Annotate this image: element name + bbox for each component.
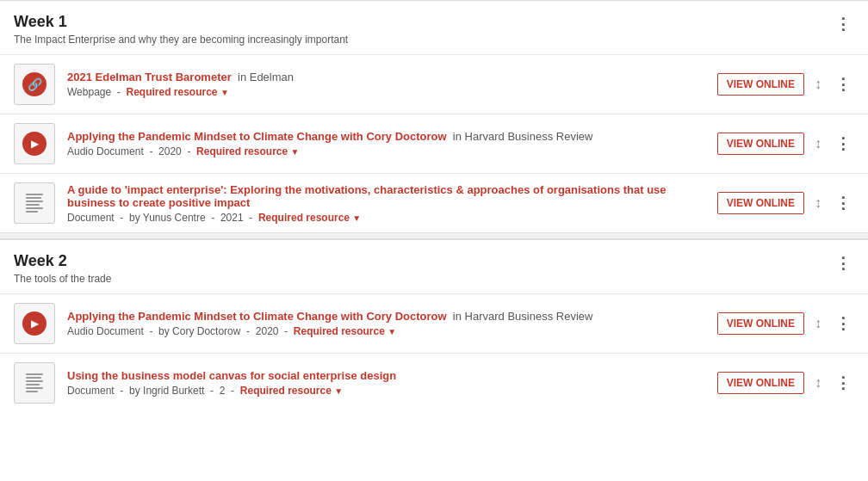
resource-content: 2021 Edelman Trust Barometer in Edelman … bbox=[67, 71, 717, 98]
resource-actions: VIEW ONLINE ↕ ⋮ bbox=[717, 372, 854, 394]
resource-type: Audio Document bbox=[67, 325, 144, 337]
required-dropdown-arrow: ▼ bbox=[352, 213, 361, 223]
resource-icon-container: ▶ bbox=[14, 303, 55, 344]
resource-type: Webpage bbox=[67, 86, 111, 98]
resource-item: Using the business model canvas for soci… bbox=[0, 353, 868, 412]
audio-icon: ▶ bbox=[22, 311, 46, 336]
resource-title-line: Using the business model canvas for soci… bbox=[67, 369, 717, 382]
resource-author: by Yunus Centre bbox=[129, 212, 206, 224]
resource-title-line: Applying the Pandemic Mindset to Climate… bbox=[67, 310, 717, 323]
resource-actions: VIEW ONLINE ↕ ⋮ bbox=[717, 312, 854, 335]
resource-type: Document bbox=[67, 385, 115, 397]
resource-content: Applying the Pandemic Mindset to Climate… bbox=[67, 310, 717, 337]
week-separator bbox=[0, 232, 868, 239]
resource-title[interactable]: Using the business model canvas for soci… bbox=[67, 369, 396, 382]
resource-title[interactable]: 2021 Edelman Trust Barometer bbox=[67, 71, 232, 83]
required-dropdown-arrow: ▼ bbox=[334, 386, 343, 396]
resource-year: 2021 bbox=[220, 212, 244, 224]
resource-item: A guide to 'impact enterprise': Explorin… bbox=[0, 173, 868, 232]
required-resource-tag[interactable]: Required resource ▼ bbox=[127, 86, 229, 98]
required-dropdown-arrow: ▼ bbox=[220, 88, 229, 97]
resource-title[interactable]: A guide to 'impact enterprise': Explorin… bbox=[67, 183, 666, 209]
resource-year: 2020 bbox=[256, 325, 279, 337]
resource-author: by Cory Doctorow bbox=[158, 325, 240, 337]
resource-item: 🔗 2021 Edelman Trust Barometer in Edelma… bbox=[0, 54, 868, 114]
resource-title-line: A guide to 'impact enterprise': Explorin… bbox=[67, 183, 717, 209]
document-icon bbox=[22, 190, 46, 216]
resource-title-line: 2021 Edelman Trust Barometer in Edelman bbox=[67, 71, 717, 83]
view-online-button[interactable]: VIEW ONLINE bbox=[717, 312, 804, 335]
resource-content: Applying the Pandemic Mindset to Climate… bbox=[67, 130, 717, 157]
link-icon: 🔗 bbox=[22, 72, 46, 96]
more-options-icon[interactable]: ⋮ bbox=[832, 73, 854, 96]
resource-year: 2020 bbox=[158, 145, 182, 157]
resource-source: in Harvard Business Review bbox=[450, 130, 592, 143]
resource-type: Document bbox=[67, 212, 115, 224]
week-header-text: Week 1 The Impact Enterprise and why the… bbox=[14, 13, 348, 46]
sort-icon[interactable]: ↕ bbox=[811, 194, 825, 213]
week-title: Week 1 bbox=[14, 13, 348, 31]
resource-icon-container bbox=[14, 362, 55, 404]
resource-actions: VIEW ONLINE ↕ ⋮ bbox=[717, 133, 854, 155]
resource-meta: Document - by Yunus Centre - 2021 - Requ… bbox=[67, 212, 717, 224]
required-resource-tag[interactable]: Required resource ▼ bbox=[196, 145, 299, 157]
sort-icon[interactable]: ↕ bbox=[811, 134, 825, 153]
audio-icon: ▶ bbox=[22, 132, 46, 156]
week-title: Week 2 bbox=[14, 252, 111, 270]
week-section: Week 1 The Impact Enterprise and why the… bbox=[0, 0, 868, 232]
week-header-text: Week 2 The tools of the trade bbox=[14, 252, 111, 285]
required-resource-tag[interactable]: Required resource ▼ bbox=[240, 385, 343, 397]
view-online-button[interactable]: VIEW ONLINE bbox=[717, 372, 804, 394]
week-more-options-icon[interactable]: ⋮ bbox=[832, 13, 854, 35]
resource-actions: VIEW ONLINE ↕ ⋮ bbox=[717, 73, 854, 96]
required-dropdown-arrow: ▼ bbox=[388, 327, 396, 336]
resource-icon-container: 🔗 bbox=[14, 64, 55, 105]
resource-icon-container bbox=[14, 182, 55, 224]
sort-icon[interactable]: ↕ bbox=[811, 373, 825, 392]
more-options-icon[interactable]: ⋮ bbox=[832, 192, 854, 214]
week-more-options-icon[interactable]: ⋮ bbox=[832, 252, 854, 274]
week-section: Week 2 The tools of the trade ⋮ ▶ Applyi… bbox=[0, 239, 868, 412]
resource-title-line: Applying the Pandemic Mindset to Climate… bbox=[67, 130, 717, 143]
sort-icon[interactable]: ↕ bbox=[811, 314, 825, 333]
resource-actions: VIEW ONLINE ↕ ⋮ bbox=[717, 192, 854, 214]
week-subtitle: The Impact Enterprise and why they are b… bbox=[14, 34, 348, 46]
view-online-button[interactable]: VIEW ONLINE bbox=[717, 73, 804, 96]
resource-title[interactable]: Applying the Pandemic Mindset to Climate… bbox=[67, 130, 447, 143]
resource-source: in Edelman bbox=[234, 71, 294, 83]
resource-title[interactable]: Applying the Pandemic Mindset to Climate… bbox=[67, 310, 447, 323]
sort-icon[interactable]: ↕ bbox=[811, 75, 825, 94]
resource-author: by Ingrid Burkett bbox=[129, 385, 204, 397]
more-options-icon[interactable]: ⋮ bbox=[832, 312, 854, 335]
view-online-button[interactable]: VIEW ONLINE bbox=[717, 133, 804, 155]
week-subtitle: The tools of the trade bbox=[14, 273, 111, 285]
required-resource-tag[interactable]: Required resource ▼ bbox=[258, 212, 361, 224]
more-options-icon[interactable]: ⋮ bbox=[832, 372, 854, 394]
required-dropdown-arrow: ▼ bbox=[290, 147, 299, 157]
week-header: Week 2 The tools of the trade ⋮ bbox=[0, 240, 868, 293]
resource-type: Audio Document bbox=[67, 145, 144, 157]
resource-source: in Harvard Business Review bbox=[450, 310, 592, 323]
document-icon bbox=[22, 370, 46, 396]
resource-meta: Audio Document - by Cory Doctorow - 2020… bbox=[67, 325, 717, 337]
resource-meta: Audio Document - 2020 - Required resourc… bbox=[67, 145, 717, 157]
required-resource-tag[interactable]: Required resource ▼ bbox=[294, 325, 396, 337]
resource-edition: 2 bbox=[220, 385, 226, 397]
resource-icon-container: ▶ bbox=[14, 123, 55, 164]
view-online-button[interactable]: VIEW ONLINE bbox=[717, 192, 804, 214]
resource-content: A guide to 'impact enterprise': Explorin… bbox=[67, 183, 717, 224]
resource-item: ▶ Applying the Pandemic Mindset to Clima… bbox=[0, 293, 868, 353]
resource-item: ▶ Applying the Pandemic Mindset to Clima… bbox=[0, 114, 868, 173]
resource-meta: Webpage - Required resource ▼ bbox=[67, 86, 717, 98]
more-options-icon[interactable]: ⋮ bbox=[832, 133, 854, 155]
week-header: Week 1 The Impact Enterprise and why the… bbox=[0, 1, 868, 54]
resource-meta: Document - by Ingrid Burkett - 2 - Requi… bbox=[67, 385, 717, 397]
resource-content: Using the business model canvas for soci… bbox=[67, 369, 717, 397]
